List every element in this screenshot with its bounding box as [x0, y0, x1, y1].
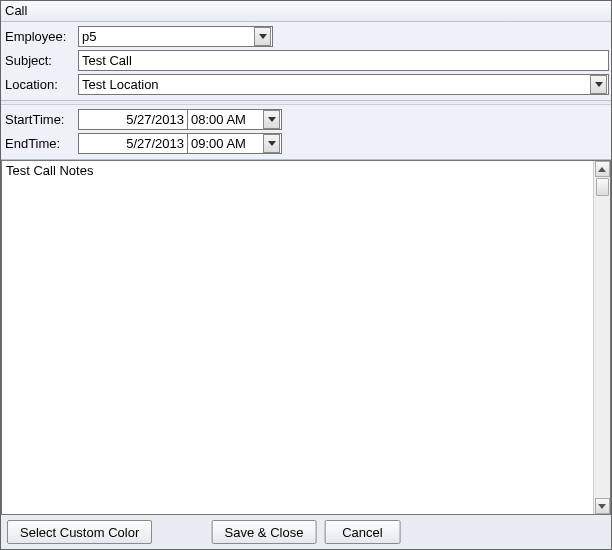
scroll-up-button[interactable]: [595, 161, 610, 177]
end-date-input[interactable]: 5/27/2013: [78, 133, 188, 154]
start-date-value: 5/27/2013: [126, 112, 184, 127]
chevron-down-icon: [595, 82, 603, 87]
save-close-button[interactable]: Save & Close: [212, 520, 317, 544]
notes-textarea[interactable]: Test Call Notes: [2, 161, 593, 514]
starttime-label: StartTime:: [3, 112, 78, 127]
chevron-down-icon: [259, 34, 267, 39]
chevron-down-icon: [598, 504, 606, 509]
notes-container: Test Call Notes: [1, 160, 611, 515]
dialog-footer: Select Custom Color Save & Close Cancel: [1, 515, 611, 549]
scrollbar-track[interactable]: [596, 177, 609, 498]
cancel-button[interactable]: Cancel: [324, 520, 400, 544]
location-combobox[interactable]: Test Location: [78, 74, 609, 95]
scrollbar-thumb[interactable]: [596, 178, 609, 196]
location-value: Test Location: [82, 77, 159, 92]
employee-value: p5: [82, 29, 96, 44]
subject-value: Test Call: [82, 53, 132, 68]
chevron-down-icon: [268, 141, 276, 146]
start-date-input[interactable]: 5/27/2013: [78, 109, 188, 130]
select-custom-color-button[interactable]: Select Custom Color: [7, 520, 152, 544]
employee-combobox[interactable]: p5: [78, 26, 273, 47]
end-time-combobox[interactable]: 09:00 AM: [187, 133, 282, 154]
scroll-down-button[interactable]: [595, 498, 610, 514]
start-time-dropdown-button[interactable]: [263, 110, 280, 129]
end-time-value: 09:00 AM: [191, 136, 246, 151]
call-dialog: Call Employee: p5 Subject: Test Call Loc…: [0, 0, 612, 550]
window-title: Call: [1, 1, 611, 21]
subject-label: Subject:: [3, 53, 78, 68]
endtime-label: EndTime:: [3, 136, 78, 151]
time-fields-section: StartTime: 5/27/2013 08:00 AM EndTime: 5…: [1, 104, 611, 160]
employee-dropdown-button[interactable]: [254, 27, 271, 46]
notes-scrollbar[interactable]: [593, 161, 610, 514]
main-fields-section: Employee: p5 Subject: Test Call Location…: [1, 21, 611, 101]
location-dropdown-button[interactable]: [590, 75, 607, 94]
start-time-combobox[interactable]: 08:00 AM: [187, 109, 282, 130]
end-date-value: 5/27/2013: [126, 136, 184, 151]
employee-label: Employee:: [3, 29, 78, 44]
location-label: Location:: [3, 77, 78, 92]
chevron-down-icon: [268, 117, 276, 122]
end-time-dropdown-button[interactable]: [263, 134, 280, 153]
start-time-value: 08:00 AM: [191, 112, 246, 127]
subject-input[interactable]: Test Call: [78, 50, 609, 71]
chevron-up-icon: [598, 167, 606, 172]
